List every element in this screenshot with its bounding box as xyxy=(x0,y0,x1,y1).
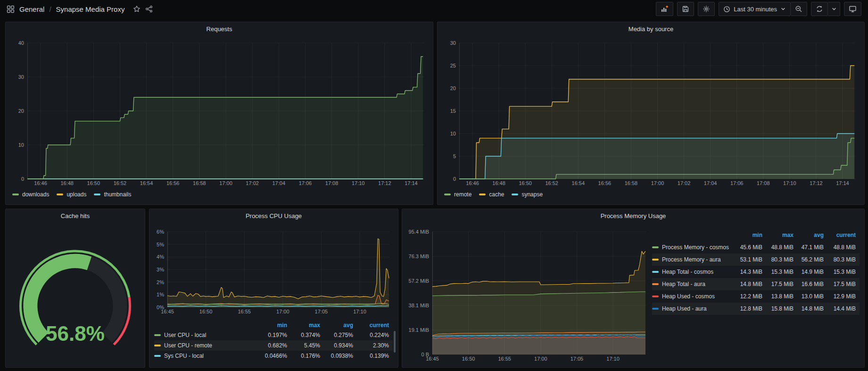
y-tick-label: 30 xyxy=(18,74,24,80)
y-tick-label: 0% xyxy=(157,304,164,310)
legend-column-header: max xyxy=(766,232,797,238)
legend-swatch xyxy=(652,246,659,248)
chevron-down-icon xyxy=(831,6,837,12)
panel-title-media-by-source[interactable]: Media by source xyxy=(438,22,864,35)
x-tick-label: 16:56 xyxy=(162,180,184,186)
legend-column-header: min xyxy=(735,232,766,238)
legend-value: 0.275% xyxy=(324,332,357,338)
legend-swatch xyxy=(652,259,659,261)
x-tick-label: 16:55 xyxy=(233,309,256,314)
legend-row-user-cpu-remote: User CPU - remote0.682%5.45%0.934%2.30% xyxy=(154,340,393,351)
kiosk-mode-button[interactable] xyxy=(844,2,861,16)
legend-value: 12.2 MiB xyxy=(735,293,766,300)
legend-item-synapse[interactable]: synapse xyxy=(512,191,543,198)
x-tick-label: 17:00 xyxy=(215,180,237,186)
x-tick-label: 16:52 xyxy=(108,180,131,186)
media-by-source-legend: remotecachesynapse xyxy=(444,191,543,198)
settings-button[interactable] xyxy=(698,2,715,16)
legend-label-heap-used-cosmos[interactable]: Heap Used - cosmos xyxy=(652,293,735,300)
breadcrumb-dashboard-title[interactable]: Synapse Media Proxy xyxy=(56,5,125,13)
x-tick-label: 16:50 xyxy=(195,309,217,314)
x-tick-label: 17:10 xyxy=(348,309,371,314)
share-icon[interactable] xyxy=(145,5,153,13)
dashboards-grid-icon[interactable] xyxy=(7,5,15,13)
y-tick-label: 95.4 MiB xyxy=(409,229,429,235)
legend-value: 0.139% xyxy=(357,353,393,359)
legend-item-thumbnails[interactable]: thumbnails xyxy=(94,191,131,198)
requests-chart: 16:4616:4816:5016:5216:5416:5616:5817:00… xyxy=(9,36,430,187)
refresh-button[interactable] xyxy=(811,2,828,16)
add-panel-button[interactable] xyxy=(656,2,673,16)
legend-value: 0.0466% xyxy=(256,353,291,359)
x-tick-label: 17:04 xyxy=(267,180,290,186)
legend-header-row: minmaxavgcurrent xyxy=(154,320,393,330)
gauge-value: 56.8% xyxy=(46,322,105,345)
panel-title-cache-hits[interactable]: Cache hits xyxy=(6,209,145,222)
y-tick-label: 25 xyxy=(450,63,456,68)
y-tick-label: 76.3 MiB xyxy=(409,253,429,259)
save-dashboard-button[interactable] xyxy=(677,2,694,16)
x-tick-label: 16:52 xyxy=(540,180,563,186)
legend-item-downloads[interactable]: downloads xyxy=(12,191,49,198)
legend-swatch xyxy=(57,194,63,195)
legend-swatch xyxy=(154,345,161,346)
legend-swatch xyxy=(652,308,659,310)
legend-label-heap-total-cosmos[interactable]: Heap Total - cosmos xyxy=(652,269,735,275)
legend-label-process-memory-aura[interactable]: Process Memory - aura xyxy=(652,256,735,263)
x-tick-label: 17:08 xyxy=(321,180,343,186)
legend-item-cache[interactable]: cache xyxy=(479,191,504,198)
legend-value: 48.8 MiB xyxy=(827,244,860,251)
legend-label: cache xyxy=(489,191,504,198)
legend-swatch xyxy=(154,355,161,357)
panel-title-process-cpu-usage[interactable]: Process CPU Usage xyxy=(149,209,398,222)
y-tick-label: 0 xyxy=(453,176,456,182)
star-icon[interactable] xyxy=(133,5,141,13)
x-tick-label: 16:50 xyxy=(82,180,105,186)
legend-column-header: current xyxy=(357,322,393,329)
legend-label-user-cpu-local[interactable]: User CPU - local xyxy=(154,332,256,338)
legend-swatch xyxy=(652,283,659,285)
legend-value: 0.176% xyxy=(291,353,324,359)
legend-label: thumbnails xyxy=(104,191,131,198)
legend-item-uploads[interactable]: uploads xyxy=(57,191,86,198)
clock-icon xyxy=(723,6,730,13)
legend-label-sys-cpu-local[interactable]: Sys CPU - local xyxy=(154,353,256,359)
breadcrumb-folder[interactable]: General xyxy=(19,5,44,13)
y-tick-label: 10 xyxy=(18,142,24,148)
x-tick-label: 17:00 xyxy=(272,309,294,314)
zoom-out-button[interactable] xyxy=(791,2,807,16)
y-tick-label: 5% xyxy=(157,242,164,247)
y-tick-label: 40 xyxy=(18,40,24,46)
panel-title-process-memory-usage[interactable]: Process Memory Usage xyxy=(402,209,864,222)
refresh-interval-caret[interactable] xyxy=(828,2,840,16)
legend-label-process-memory-cosmos[interactable]: Process Memory - cosmos xyxy=(652,244,735,251)
legend-value: 13.8 MiB xyxy=(766,293,797,300)
legend-swatch xyxy=(12,194,19,195)
legend-value: 16.6 MiB xyxy=(797,281,827,287)
x-tick-label: 17:02 xyxy=(241,180,264,186)
y-tick-label: 10 xyxy=(450,131,456,136)
y-tick-label: 20 xyxy=(18,108,24,114)
panel-title-requests[interactable]: Requests xyxy=(6,22,433,35)
legend-value: 56.2 MiB xyxy=(797,256,827,263)
legend-column-header: avg xyxy=(797,232,827,238)
legend-label-user-cpu-remote[interactable]: User CPU - remote xyxy=(154,342,256,349)
x-tick-label: 16:50 xyxy=(457,356,480,362)
time-range-label: Last 30 minutes xyxy=(734,6,777,13)
y-tick-label: 6% xyxy=(157,229,164,235)
panel-requests: Requests 16:4616:4816:5016:5216:5416:561… xyxy=(5,22,433,205)
legend-label-heap-total-aura[interactable]: Heap Total - aura xyxy=(652,281,735,287)
legend-label-heap-used-aura[interactable]: Heap Used - aura xyxy=(652,305,735,312)
legend-value: 14.3 MiB xyxy=(735,269,766,275)
legend-item-remote[interactable]: remote xyxy=(444,191,471,198)
legend-label: remote xyxy=(454,191,471,198)
legend-swatch xyxy=(512,194,518,195)
legend-swatch xyxy=(652,271,659,273)
x-tick-label: 17:05 xyxy=(565,356,588,362)
series-user-cpu-remote xyxy=(167,239,389,299)
time-picker-button[interactable]: Last 30 minutes xyxy=(719,2,791,16)
legend-scrollbar[interactable] xyxy=(394,331,396,353)
y-tick-label: 38.1 MiB xyxy=(409,303,429,308)
legend-row-process-memory-aura: Process Memory - aura53.1 MiB80.3 MiB56.… xyxy=(652,253,860,266)
x-tick-label: 17:06 xyxy=(294,180,316,186)
